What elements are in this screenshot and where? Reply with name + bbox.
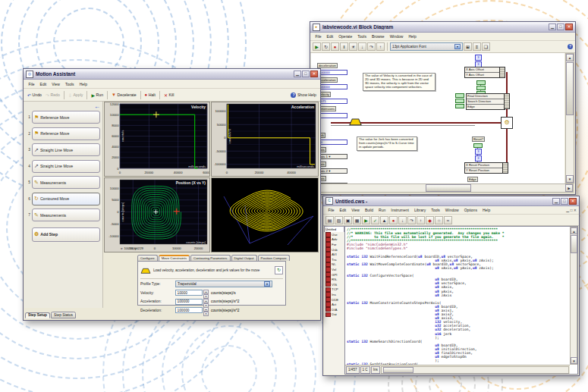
vertical-scrollbar[interactable]: ▲ ▼	[565, 53, 574, 183]
menu-view[interactable]: View	[349, 208, 363, 212]
tab-contouring-parameters[interactable]: Contouring Parameters	[190, 255, 230, 261]
tab-position-compare[interactable]: Position Compare	[258, 255, 290, 261]
menu-tools[interactable]: Tools	[62, 82, 77, 86]
axis-offset-node[interactable]: X Axis OffsetY Axis Offset	[464, 67, 501, 78]
tree-item-vis[interactable]: VIS	[324, 282, 344, 287]
deceleration-field[interactable]: 100000	[175, 307, 203, 313]
help-icon[interactable]: ?	[568, 44, 573, 49]
menu-file[interactable]: File	[325, 208, 337, 212]
tree-item-dia[interactable]: DIA	[324, 307, 344, 312]
tree-item-rs[interactable]: RS-	[324, 277, 344, 282]
font-selector[interactable]: 13pt Application Font ▾	[390, 42, 463, 51]
vertical-scrollbar[interactable]: ▲ ▼	[570, 227, 577, 365]
save-all-button[interactable]: ▦	[353, 216, 361, 224]
step-4-straight-line-move[interactable]: ↗Straight Line Move	[32, 160, 100, 173]
run-button[interactable]: ▶	[313, 42, 321, 51]
close-button[interactable]: ✕	[310, 71, 318, 77]
terminal-axis-none[interactable]: AxisNone ▾	[317, 169, 347, 183]
minimize-button[interactable]: ▁	[552, 198, 560, 205]
minimize-button[interactable]: ▁	[549, 24, 556, 30]
open-file-button[interactable]: ▧	[335, 216, 343, 224]
diagram-canvas[interactable]: deceleration100000acceleration100000velo…	[311, 53, 564, 183]
titlebar[interactable]: C Untitled.cws - ▁ □ ✕	[323, 196, 579, 206]
align-objects-button[interactable]: ⊞	[464, 42, 472, 51]
step-1-reference-move[interactable]: ⚑Reference Move	[32, 111, 100, 124]
tree-item-avi[interactable]: AVI	[324, 252, 344, 257]
menu-window[interactable]: Window	[442, 208, 461, 212]
menu-help[interactable]: Help	[480, 208, 492, 212]
tree-item-adv[interactable]: Adv	[324, 237, 344, 243]
menu-tools[interactable]: Tools	[429, 208, 443, 212]
trapezoid-profile-node[interactable]	[349, 115, 362, 129]
compile-button[interactable]: ✓	[371, 216, 379, 224]
tree-item-tra[interactable]: Tra	[324, 257, 344, 262]
profile-type-select[interactable]: Trapezoidal ▾	[175, 281, 272, 287]
tab-move-constraints[interactable]: Move Constraints	[159, 255, 190, 261]
code-editor[interactable]: //**************************************…	[344, 226, 578, 375]
position-3d-chart[interactable]	[211, 177, 319, 252]
tab-configure[interactable]: Configure	[137, 255, 158, 261]
horizontal-scrollbar[interactable]	[381, 366, 569, 374]
run-continuously-button[interactable]: ↻	[322, 42, 330, 51]
search-direction-node[interactable]: Final DirectionSearch DirectionEdge	[466, 93, 505, 110]
new-file-button[interactable]: ▤	[325, 216, 334, 224]
maximize-button[interactable]: □	[557, 24, 564, 30]
velocity-field[interactable]: 10000	[175, 290, 203, 296]
spinner[interactable]: ▲▼	[203, 290, 209, 296]
menu-browse[interactable]: Browse	[369, 34, 387, 39]
menu-build[interactable]: Build	[362, 208, 376, 212]
halt-button[interactable]: ●Halt	[143, 92, 157, 98]
tab-digital-output[interactable]: Digital Output	[231, 255, 257, 261]
menu-run[interactable]: Run	[376, 208, 388, 212]
step-3-straight-line-move[interactable]: ↗Straight Line Move	[32, 143, 100, 156]
add-step-button[interactable]: ⚙ Add Step	[32, 227, 100, 242]
horizontal-scrollbar[interactable]: ◀ ▶	[311, 183, 574, 193]
menu-instrument[interactable]: Instrument	[388, 208, 412, 212]
distribute-objects-button[interactable]: ≡	[473, 42, 481, 51]
menu-edit[interactable]: Edit	[324, 34, 336, 39]
position-xy-chart[interactable]: -10000-50000500010000-1000001000020000Po…	[104, 177, 210, 252]
kill-button[interactable]: ✕Kill	[162, 92, 175, 99]
spinner[interactable]: ▲▼	[203, 307, 209, 313]
step-into-button[interactable]: ↓	[358, 42, 366, 51]
titlebar[interactable]: ◎ Motion Assistant ▁ □ ✕	[24, 69, 320, 80]
find-button[interactable]: ○	[435, 216, 443, 224]
tree-item-tcp[interactable]: TCP	[324, 287, 344, 293]
tab-step-status[interactable]: Step Status	[51, 312, 76, 318]
build-button[interactable]: ▲	[380, 216, 388, 224]
step-2-reference-move[interactable]: ⚑Reference Move	[32, 127, 100, 140]
replace-button[interactable]: ≈	[444, 216, 452, 224]
step-7-measurements[interactable]: ✎Measurements	[32, 209, 100, 221]
menu-operate[interactable]: Operate	[336, 34, 355, 39]
highlight-execution-button[interactable]: ☀	[349, 42, 357, 51]
undo-button[interactable]: ↶Undo	[26, 92, 43, 99]
save-button[interactable]: ▣	[344, 216, 352, 224]
redo-button[interactable]: ↷Redo	[44, 92, 61, 99]
back-arrow-icon[interactable]: ←	[27, 103, 100, 111]
decelerate-button[interactable]: ▼Decelerate	[110, 92, 138, 98]
tree-item-usb[interactable]: Usb	[324, 247, 344, 252]
run-project-button[interactable]: ▶	[362, 216, 370, 224]
step-6-contoured-move[interactable]: ↻Contoured Move	[32, 193, 100, 205]
terminal-dimensions-2[interactable]: dimensions2	[317, 99, 347, 118]
mdi-window-buttons[interactable]: ▁ □ ✕	[566, 208, 577, 212]
reorder-button[interactable]: ❏	[482, 42, 490, 51]
source-code[interactable]: //**************************************…	[347, 227, 569, 365]
menu-view[interactable]: View	[49, 82, 63, 86]
menu-help[interactable]: Help	[77, 82, 90, 86]
refresh-icon[interactable]: ↻	[275, 266, 283, 274]
breakpoint-button[interactable]: ◆	[426, 216, 434, 224]
find-reference-vi-icon[interactable]: ⚙	[501, 117, 513, 129]
menu-edit[interactable]: Edit	[37, 82, 49, 86]
menu-options[interactable]: Options	[461, 208, 480, 212]
tree-item-ni[interactable]: NI-	[324, 262, 344, 268]
titlebar[interactable]: ▸ labviewcode.vi Block Diagram ▁ □ ✕	[310, 22, 575, 33]
maximize-button[interactable]: □	[302, 71, 310, 77]
spinner[interactable]: ▲▼	[203, 299, 209, 305]
tree-item-vol[interactable]: Vol	[324, 267, 344, 272]
step-into-button[interactable]: ↓	[398, 216, 407, 224]
acceleration-field[interactable]: 100000	[175, 299, 203, 305]
show-help-button[interactable]: ? Show Help	[289, 92, 318, 99]
step-over-button[interactable]: ↷	[407, 216, 416, 224]
step-out-button[interactable]: ↑	[376, 42, 385, 51]
